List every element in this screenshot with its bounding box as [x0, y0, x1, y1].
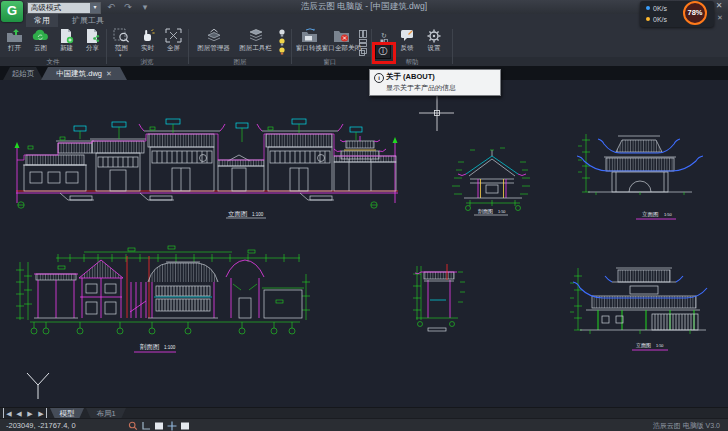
- cloud-button[interactable]: 云图: [28, 28, 53, 57]
- tile-vertical-button[interactable]: [357, 28, 368, 37]
- status-bar: -203049, -21767.4, 0 浩辰云图 电脑版 V3.0: [0, 418, 728, 431]
- zoom-toggle-icon[interactable]: [128, 421, 138, 431]
- tooltip-title: i关于 (ABOUT): [374, 72, 496, 83]
- group-separator: [291, 29, 292, 64]
- fullscreen-toggle-icon[interactable]: [180, 421, 190, 431]
- drawing-pavilion-front: 立面图 1:50: [577, 134, 703, 219]
- svg-text:1:50: 1:50: [498, 210, 505, 214]
- zoom-extents-button[interactable]: 范围 ▾: [109, 28, 134, 57]
- drawing-pavilion-side: 立面图 1:50: [570, 268, 707, 350]
- fullscreen-button[interactable]: 全屏: [161, 28, 186, 57]
- check-update-button[interactable]: ↻: [376, 28, 392, 37]
- new-button[interactable]: 新建: [54, 28, 79, 57]
- mode-dropdown[interactable]: 高级模式 ▾: [27, 2, 101, 14]
- cascade-windows-icon: [359, 48, 367, 56]
- layer-manager-button[interactable]: 图层管理器: [191, 28, 236, 57]
- new-document-icon: [59, 28, 74, 44]
- open-folder-icon: [6, 28, 23, 44]
- cascade-windows-button[interactable]: [357, 46, 368, 55]
- group-label-file: 文件: [23, 57, 83, 66]
- tab-extended-tools[interactable]: 扩展工具: [64, 14, 112, 27]
- version-label: 浩辰云图 电脑版 V3.0: [653, 419, 720, 431]
- drawing-pavilion-section: 剖面图 1:50: [452, 148, 530, 215]
- gear-icon: [426, 28, 442, 44]
- svg-text:立面图: 立面图: [642, 211, 659, 218]
- tab-common[interactable]: 常用: [26, 14, 58, 27]
- feedback-button[interactable]: 反馈: [394, 28, 420, 57]
- window-small-buttons: [357, 28, 368, 55]
- redo-icon: ↷: [124, 2, 132, 12]
- upload-speed: 0K/s: [646, 4, 667, 13]
- coordinates-readout: -203049, -21767.4, 0: [6, 419, 76, 431]
- document-tab-bar: 起始页 中国建筑.dwg✕: [0, 66, 728, 80]
- settings-button[interactable]: 设置: [421, 28, 447, 57]
- svg-text:1:50: 1:50: [656, 344, 663, 348]
- tooltip-description: 显示关于本产品的信息: [386, 83, 496, 92]
- ribbon: 常用 扩展工具 打开 云图: [0, 14, 728, 66]
- close-all-windows-icon: [333, 28, 350, 44]
- undo-icon: ↶: [107, 2, 115, 12]
- widget-close-icon[interactable]: ✕: [715, 13, 725, 23]
- tab-drawing-file[interactable]: 中国建筑.dwg✕: [41, 67, 127, 80]
- chevron-down-icon: ▾: [143, 2, 148, 12]
- drawing-street-elevation: 立面图 1:100: [15, 119, 399, 218]
- ribbon-body: 打开 云图 新建 分享 文件: [0, 27, 728, 67]
- upload-dot-icon: [646, 6, 650, 10]
- svg-text:立面图: 立面图: [636, 342, 651, 349]
- ucs-icon: [27, 373, 49, 399]
- group-label-strip: [0, 57, 728, 66]
- window-switch-button[interactable]: 窗口转换: [294, 28, 324, 57]
- group-label-layer: 图层: [210, 57, 270, 66]
- drawing-gate-section: [413, 264, 465, 331]
- mode-value: 高级模式: [31, 3, 61, 13]
- download-speed: 0K/s: [646, 15, 667, 24]
- group-separator: [188, 29, 189, 64]
- svg-text:1:100: 1:100: [252, 212, 264, 217]
- drawing-section: 剖面图 1:100: [16, 246, 310, 352]
- layer-freeze-button[interactable]: [276, 37, 288, 46]
- chevron-down-icon[interactable]: ▾: [90, 3, 100, 13]
- undo-button[interactable]: ↶: [104, 1, 118, 13]
- zoom-extents-icon: [113, 28, 130, 44]
- fullscreen-icon: [165, 28, 182, 44]
- quick-access-more-button[interactable]: ▾: [138, 1, 152, 13]
- share-button[interactable]: 分享: [80, 28, 105, 57]
- cloud-icon: [32, 28, 49, 44]
- svg-text:立面图: 立面图: [228, 210, 248, 217]
- window-close-icon[interactable]: ✕: [713, 0, 725, 12]
- about-tooltip: i关于 (ABOUT) 显示关于本产品的信息: [369, 69, 501, 96]
- layer-small-buttons: [276, 28, 288, 55]
- svg-text:剖面图: 剖面图: [139, 343, 160, 351]
- ortho-toggle-icon[interactable]: [141, 421, 151, 431]
- svg-text:剖面图: 剖面图: [478, 208, 493, 215]
- tab-close-icon[interactable]: ✕: [106, 70, 112, 77]
- svg-text:1:100: 1:100: [164, 345, 176, 350]
- info-icon: i: [374, 73, 384, 83]
- open-button[interactable]: 打开: [2, 28, 27, 57]
- group-label-browse: 浏览: [117, 57, 177, 66]
- crosshair-cursor: [419, 96, 454, 131]
- layer-lock-button[interactable]: [276, 46, 288, 55]
- layer-toolbar-button[interactable]: 图层工具栏: [237, 28, 274, 57]
- group-separator: [106, 29, 107, 64]
- share-icon: [85, 28, 100, 44]
- cad-canvas[interactable]: 立面图 1:100: [0, 80, 728, 407]
- realtime-button[interactable]: 实时: [135, 28, 160, 57]
- group-separator: [452, 29, 453, 64]
- layer-manager-icon: [205, 28, 223, 44]
- close-all-windows-button[interactable]: 窗口全部关闭: [322, 28, 360, 57]
- bulb-icon: [278, 47, 286, 56]
- layer-toolbar-icon: [247, 28, 265, 44]
- optimization-percent-badge[interactable]: 78%: [683, 1, 707, 25]
- window-switch-icon: [301, 28, 318, 44]
- tile-horizontal-button[interactable]: [357, 37, 368, 46]
- crosshair-toggle-icon[interactable]: [167, 421, 177, 431]
- layer-on-button[interactable]: [276, 28, 288, 37]
- group-label-window: 窗口: [300, 57, 360, 66]
- application-window: 浩辰云图 电脑版 - [中国建筑.dwg] ✕ G 高级模式 ▾ ↶ ↷ ▾ 0…: [0, 0, 728, 431]
- grid-toggle-icon[interactable]: [154, 421, 164, 431]
- redo-button[interactable]: ↷: [121, 1, 135, 13]
- pan-hand-icon: [139, 28, 156, 44]
- tab-start-page[interactable]: 起始页: [3, 67, 43, 80]
- app-logo[interactable]: G: [1, 1, 23, 22]
